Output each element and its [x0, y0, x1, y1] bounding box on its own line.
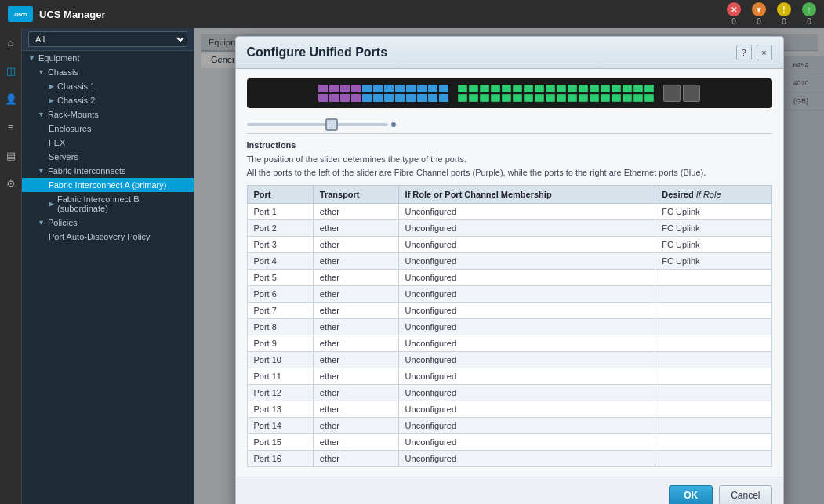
- col-header-desired: Desired If Role: [655, 186, 771, 204]
- port-cell: [351, 94, 361, 102]
- nav-admin-icon[interactable]: ⚙: [3, 176, 19, 191]
- port-cell: [384, 94, 394, 102]
- cell-transport: ether: [313, 385, 398, 401]
- slider-row: [247, 119, 772, 133]
- cell-port: Port 1: [247, 204, 313, 220]
- cell-ifrole: Unconfigured: [398, 237, 655, 253]
- port-cell: [373, 94, 383, 102]
- cell-desired: [655, 401, 771, 418]
- port-visualization: [247, 78, 772, 108]
- port-cell: [513, 85, 522, 92]
- instructions-line1: The position of the slider determines th…: [247, 153, 772, 166]
- port-cell: [469, 85, 478, 92]
- port-cell: [428, 85, 437, 92]
- cell-port: Port 4: [247, 253, 313, 270]
- port-block-right: [458, 85, 654, 102]
- nav-equipment-icon[interactable]: ◫: [3, 63, 19, 78]
- cell-transport: ether: [313, 368, 398, 385]
- table-row: Port 3 ether Unconfigured FC Uplink: [247, 237, 771, 253]
- cell-port: Port 6: [247, 286, 313, 303]
- sidebar-item-policies[interactable]: ▼ Policies: [22, 216, 194, 230]
- port-cell: [417, 85, 427, 92]
- nav-users-icon[interactable]: 👤: [3, 91, 19, 107]
- table-row: Port 8 ether Unconfigured: [247, 319, 771, 335]
- port-cell: [395, 85, 405, 92]
- port-cell: [458, 94, 467, 102]
- sidebar-label-servers: Servers: [49, 152, 78, 161]
- slider-end-dot: [391, 122, 396, 127]
- ok-button[interactable]: OK: [669, 485, 713, 504]
- port-cell: [340, 85, 350, 92]
- sidebar-label-chassis2: Chassis 2: [57, 96, 95, 105]
- sidebar-item-equipment[interactable]: ▼ Equipment: [22, 51, 194, 65]
- port-slider-track[interactable]: [247, 123, 388, 126]
- cell-desired: FC Uplink: [655, 237, 771, 253]
- cell-transport: ether: [313, 303, 398, 319]
- cell-desired: [655, 303, 771, 319]
- cell-desired: [655, 451, 771, 467]
- status-red-group: ✕ 0: [727, 2, 741, 26]
- cisco-logo: cisco: [8, 6, 33, 22]
- port-cell: [524, 85, 533, 92]
- nav-home-icon[interactable]: ⌂: [3, 34, 19, 50]
- status-count-green: 0: [807, 17, 811, 26]
- ports-table: Port Transport If Role or Port Channel M…: [247, 185, 772, 467]
- sidebar-label-auto-discovery: Port Auto-Discovery Policy: [49, 232, 151, 241]
- port-cell: [329, 85, 339, 92]
- status-icon-green: ↑: [802, 2, 816, 16]
- toggle-equipment: ▼: [28, 54, 35, 62]
- sidebar-item-fi-b[interactable]: ▶ Fabric Interconnect B (subordinate): [22, 192, 194, 216]
- port-cell: [612, 85, 621, 92]
- port-cell: [633, 85, 643, 92]
- cell-transport: ether: [313, 401, 398, 418]
- sidebar-item-chassis[interactable]: ▼ Chassis: [22, 65, 194, 79]
- port-cell: [362, 94, 372, 102]
- sfp-port: [683, 85, 700, 102]
- table-row: Port 15 ether Unconfigured: [247, 434, 771, 451]
- sidebar-filter-select[interactable]: All: [28, 31, 187, 47]
- cell-desired: [655, 335, 771, 352]
- left-nav: ⌂ ◫ 👤 ≡ ▤ ⚙: [0, 28, 22, 504]
- sidebar-item-servers[interactable]: Servers: [22, 150, 194, 164]
- cell-port: Port 10: [247, 352, 313, 368]
- status-count-orange: 0: [757, 17, 761, 26]
- sidebar-label-policies: Policies: [48, 218, 78, 227]
- cell-ifrole: Unconfigured: [398, 451, 655, 467]
- port-cell: [439, 85, 448, 92]
- col-header-port: Port: [247, 186, 313, 204]
- cell-desired: FC Uplink: [655, 253, 771, 270]
- sidebar-item-chassis1[interactable]: ▶ Chassis 1: [22, 79, 194, 93]
- table-row: Port 14 ether Unconfigured: [247, 418, 771, 434]
- port-cell: [406, 94, 416, 102]
- sidebar-item-chassis2[interactable]: ▶ Chassis 2: [22, 93, 194, 107]
- modal-help-button[interactable]: ?: [736, 45, 752, 60]
- sidebar-label-chassis1: Chassis 1: [57, 82, 95, 91]
- status-icon-orange: ▼: [752, 2, 766, 16]
- nav-network-icon[interactable]: ≡: [3, 119, 19, 135]
- port-cell: [546, 85, 555, 92]
- cell-ifrole: Unconfigured: [398, 220, 655, 237]
- nav-storage-icon[interactable]: ▤: [3, 147, 19, 163]
- sidebar-item-rack-mounts[interactable]: ▼ Rack-Mounts: [22, 107, 194, 121]
- modal-close-button[interactable]: ×: [757, 45, 772, 60]
- cell-ifrole: Unconfigured: [398, 434, 655, 451]
- port-cell: [590, 94, 599, 102]
- port-cell: [535, 85, 544, 92]
- port-cell: [373, 85, 383, 92]
- cell-ifrole: Unconfigured: [398, 368, 655, 385]
- toggle-chassis1: ▶: [49, 82, 54, 90]
- port-cell: [417, 94, 427, 102]
- modal-header: Configure Unified Ports ? ×: [236, 37, 783, 69]
- sidebar-item-fabric-interconnects[interactable]: ▼ Fabric Interconnects: [22, 164, 194, 178]
- port-cell: [458, 85, 467, 92]
- port-cell: [384, 85, 394, 92]
- sidebar-item-auto-discovery[interactable]: Port Auto-Discovery Policy: [22, 230, 194, 244]
- sidebar-item-fex[interactable]: FEX: [22, 136, 194, 150]
- sidebar-item-fi-a[interactable]: Fabric Interconnect A (primary): [22, 178, 194, 192]
- port-cell: [557, 94, 566, 102]
- cell-desired: [655, 286, 771, 303]
- port-slider-thumb[interactable]: [325, 118, 338, 131]
- status-count-yellow: 0: [782, 17, 786, 26]
- cancel-button[interactable]: Cancel: [719, 485, 771, 504]
- sidebar-item-enclosures[interactable]: Enclosures: [22, 121, 194, 136]
